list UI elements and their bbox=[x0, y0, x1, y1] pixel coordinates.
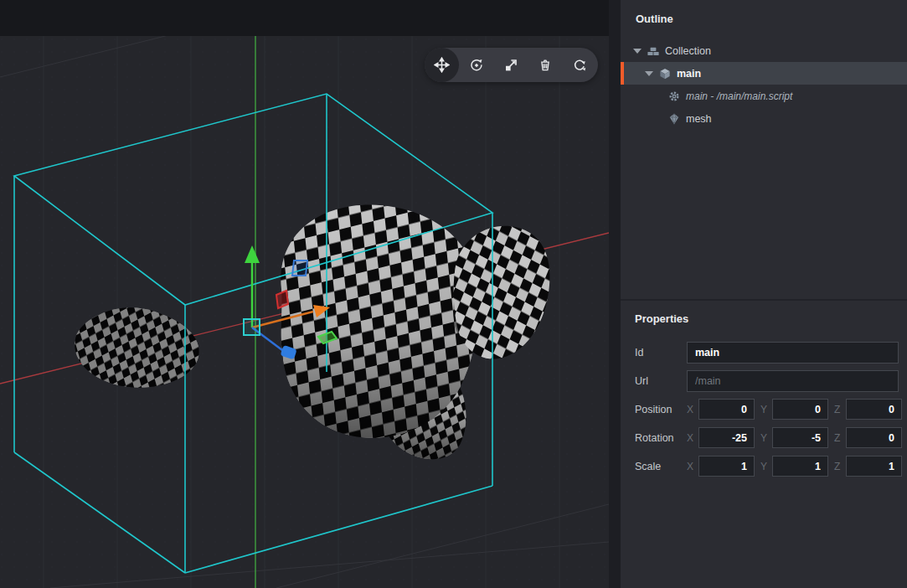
selected-row-indicator bbox=[621, 62, 624, 85]
delete-tool-button[interactable] bbox=[528, 48, 562, 82]
tree-row-script[interactable]: main - /main/main.script bbox=[621, 85, 907, 107]
rotation-y-input[interactable] bbox=[772, 427, 828, 448]
axis-x-label: X bbox=[687, 432, 697, 444]
scale-y-input[interactable] bbox=[772, 456, 828, 477]
axis-y-label: Y bbox=[760, 404, 770, 415]
axis-x-label: X bbox=[687, 461, 697, 472]
gizmo-plane-z-handle[interactable] bbox=[292, 260, 307, 276]
scale-icon bbox=[503, 58, 518, 73]
gizmo-origin-handle[interactable] bbox=[244, 319, 260, 335]
axis-y-label: Y bbox=[760, 432, 770, 444]
position-label: Position bbox=[635, 404, 687, 415]
tree-label: main - /main/main.script bbox=[686, 90, 792, 102]
axis-x-label: X bbox=[687, 404, 697, 415]
axis-z-label: Z bbox=[834, 461, 844, 472]
outline-panel: Outline Collection bbox=[621, 0, 907, 299]
tree-row-collection[interactable]: Collection bbox=[621, 39, 907, 62]
script-gear-icon bbox=[668, 90, 680, 102]
url-field-row: Url bbox=[621, 370, 907, 392]
position-x-input[interactable] bbox=[698, 399, 755, 420]
move-tool-button[interactable] bbox=[425, 48, 459, 82]
id-label: Id bbox=[635, 347, 687, 358]
chevron-down-icon[interactable] bbox=[645, 71, 653, 76]
position-row: Position X Y Z bbox=[621, 399, 907, 420]
scale-z-input[interactable] bbox=[846, 456, 902, 477]
outline-tree: Collection main bbox=[621, 39, 907, 130]
viewport-toolbar bbox=[425, 48, 598, 82]
rotation-row: Rotation X Y Z bbox=[621, 427, 907, 448]
rotate-tool-button[interactable] bbox=[459, 48, 493, 82]
position-y-input[interactable] bbox=[772, 399, 828, 420]
scale-row: Scale X Y Z bbox=[621, 456, 907, 477]
app-window: Outline Collection bbox=[0, 0, 907, 588]
refresh-icon bbox=[572, 58, 587, 73]
collection-icon bbox=[647, 45, 659, 57]
viewport[interactable] bbox=[0, 0, 609, 588]
gizmo-plane-x-handle[interactable] bbox=[276, 291, 288, 308]
rotation-x-input[interactable] bbox=[698, 427, 755, 448]
move-icon bbox=[434, 57, 450, 73]
tree-label: mesh bbox=[686, 113, 712, 125]
axis-z-label: Z bbox=[834, 432, 844, 444]
axis-z-label: Z bbox=[834, 404, 844, 415]
scale-tool-button[interactable] bbox=[493, 48, 528, 82]
mesh-icon bbox=[668, 113, 680, 125]
tree-label: Collection bbox=[665, 45, 711, 57]
rotation-z-input[interactable] bbox=[846, 427, 902, 448]
tree-label: main bbox=[677, 68, 701, 80]
id-input[interactable] bbox=[687, 342, 899, 364]
panel-splitter[interactable] bbox=[609, 0, 621, 588]
sidebar: Outline Collection bbox=[621, 0, 907, 588]
properties-panel: Properties Id Url Position X Y Z Rotatio… bbox=[621, 299, 907, 588]
id-field-row: Id bbox=[621, 342, 907, 364]
tree-row-mesh[interactable]: mesh bbox=[621, 107, 907, 130]
trash-icon bbox=[538, 58, 553, 73]
rotation-label: Rotation bbox=[635, 432, 687, 444]
url-input[interactable] bbox=[687, 370, 899, 392]
axis-y-label: Y bbox=[760, 461, 770, 472]
tree-row-main[interactable]: main bbox=[621, 62, 907, 85]
scene-canvas[interactable] bbox=[0, 0, 609, 588]
entity-cube-icon bbox=[659, 68, 671, 80]
position-z-input[interactable] bbox=[846, 399, 902, 420]
viewport-topbar bbox=[0, 0, 609, 36]
rotate-icon bbox=[469, 58, 484, 73]
outline-title: Outline bbox=[621, 0, 907, 25]
scale-x-input[interactable] bbox=[698, 456, 755, 477]
properties-title: Properties bbox=[621, 312, 907, 325]
scale-label: Scale bbox=[635, 461, 687, 472]
chevron-down-icon[interactable] bbox=[633, 49, 642, 54]
url-label: Url bbox=[635, 375, 687, 387]
reset-tool-button[interactable] bbox=[562, 48, 596, 82]
